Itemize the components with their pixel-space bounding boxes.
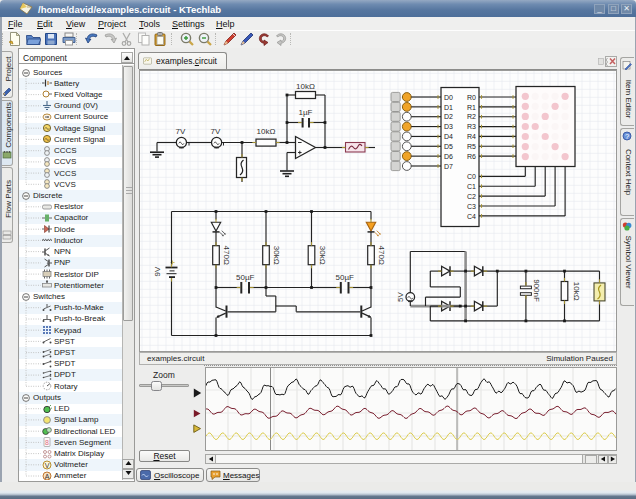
svg-text:D7: D7 — [444, 162, 453, 169]
svg-text:10kΩ: 10kΩ — [296, 81, 315, 90]
svg-text:5V: 5V — [396, 291, 405, 301]
svg-text:D4: D4 — [444, 133, 453, 140]
svg-text:7V: 7V — [176, 127, 186, 136]
svg-text:R1: R1 — [467, 103, 476, 110]
svg-text:1µF: 1µF — [299, 108, 313, 117]
svg-text:?: ? — [625, 132, 629, 141]
svg-text:C1: C1 — [467, 182, 476, 189]
svg-text:C0: C0 — [467, 172, 476, 179]
svg-text:8: 8 — [45, 439, 49, 446]
svg-text:50µF: 50µF — [336, 272, 355, 281]
svg-text:R5: R5 — [467, 142, 476, 149]
svg-text:R0: R0 — [467, 93, 476, 100]
svg-text:470Ω: 470Ω — [222, 245, 231, 264]
svg-text:30kΩ: 30kΩ — [272, 245, 281, 264]
svg-text:7V: 7V — [211, 127, 221, 136]
svg-text:D6: D6 — [444, 152, 453, 159]
svg-text:D2: D2 — [444, 113, 453, 120]
svg-text:R3: R3 — [467, 123, 476, 130]
svg-text:D3: D3 — [444, 123, 453, 130]
svg-text:470Ω: 470Ω — [377, 245, 386, 264]
svg-text:D1: D1 — [444, 103, 453, 110]
svg-text:R4: R4 — [467, 133, 476, 140]
svg-text:30kΩ: 30kΩ — [318, 245, 327, 264]
svg-text:C3: C3 — [467, 202, 476, 209]
svg-text:9V: 9V — [153, 265, 162, 275]
svg-text:900nF: 900nF — [532, 279, 541, 302]
svg-text:10kΩ: 10kΩ — [257, 127, 276, 136]
svg-text:50µF: 50µF — [236, 272, 255, 281]
svg-text:D0: D0 — [444, 93, 453, 100]
svg-text:A: A — [45, 472, 50, 479]
svg-text:C2: C2 — [467, 192, 476, 199]
svg-text:10kΩ: 10kΩ — [572, 281, 581, 300]
svg-text:D5: D5 — [444, 142, 453, 149]
svg-text:C4: C4 — [467, 212, 476, 219]
svg-text:R2: R2 — [467, 113, 476, 120]
svg-text:V: V — [45, 461, 50, 468]
svg-text:R6: R6 — [467, 152, 476, 159]
